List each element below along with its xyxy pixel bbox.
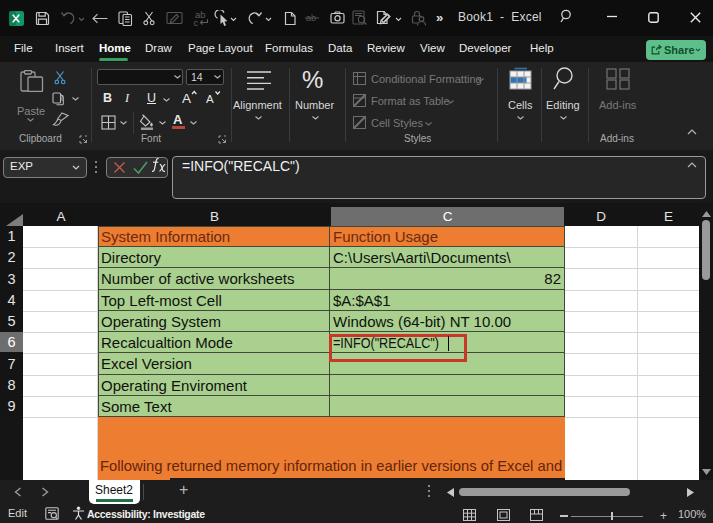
- svg-text:A: A: [182, 91, 191, 104]
- svg-text:A: A: [206, 93, 214, 104]
- svg-text:c: c: [194, 17, 199, 27]
